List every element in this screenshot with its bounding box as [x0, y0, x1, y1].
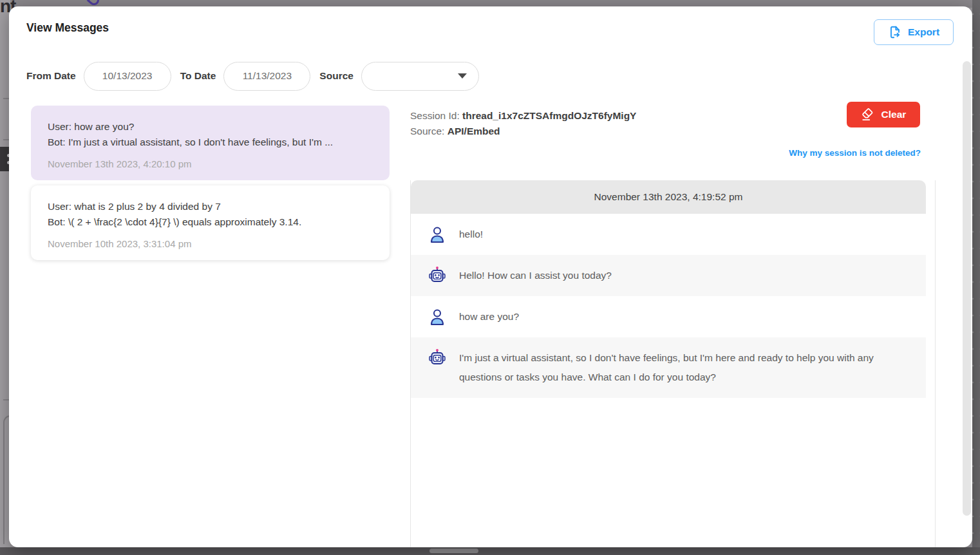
chat-message-user: hello! — [411, 214, 926, 255]
conversation-timestamp: November 10th 2023, 3:31:04 pm — [48, 238, 373, 249]
from-date-input[interactable] — [84, 62, 171, 91]
message-text: Hello! How can I assist you today? — [459, 266, 612, 285]
conversation-bot-preview: Bot: \( 2 + \frac{2 \cdot 4}{7} \) equal… — [48, 214, 373, 230]
session-id-label: Session Id: — [410, 110, 460, 121]
conversation-timestamp: November 13th 2023, 4:20:10 pm — [48, 158, 373, 169]
session-source-label: Source: — [410, 126, 444, 136]
message-text: how are you? — [459, 307, 519, 326]
bot-icon — [428, 348, 447, 368]
session-source-value: API/Embed — [448, 126, 500, 136]
horizontal-scrollbar-thumb[interactable] — [429, 549, 478, 553]
export-label: Export — [908, 26, 939, 38]
background-divider — [3, 98, 9, 99]
source-select[interactable] — [361, 62, 479, 91]
chat-message-bot: Hello! How can I assist you today? — [411, 255, 926, 296]
bot-icon — [428, 266, 447, 285]
to-date-label: To Date — [180, 70, 216, 82]
chat-message-bot: I'm just a virtual assistant, so I don't… — [411, 337, 926, 398]
clear-button[interactable]: Clear — [847, 102, 920, 127]
vertical-scrollbar-thumb[interactable] — [963, 61, 971, 516]
from-date-label: From Date — [26, 70, 76, 82]
session-id-value: thread_i1x7cZTSAfmgdOJzT6fyMigY — [462, 110, 636, 121]
session-info: Session Id: thread_i1x7cZTSAfmgdOJzT6fyM… — [410, 108, 636, 139]
to-date-input[interactable] — [223, 62, 310, 91]
filter-bar: From Date To Date Source — [26, 61, 479, 91]
conversation-user-preview: User: how are you? — [48, 119, 373, 135]
user-icon — [428, 225, 447, 244]
background-right-column — [972, 0, 980, 555]
session-help-link[interactable]: Why my session is not deleted? — [789, 148, 921, 158]
conversation-card[interactable]: User: what is 2 plus 2 by 4 divided by 7… — [31, 185, 390, 260]
background-bottom-strip — [0, 547, 980, 555]
chevron-down-icon — [458, 73, 467, 79]
conversation-list: User: how are you? Bot: I'm just a virtu… — [31, 106, 390, 260]
chat-message-user: how are you? — [411, 296, 926, 337]
dialog-title: View Messages — [26, 21, 109, 35]
session-source-line: Source: API/Embed — [410, 124, 636, 139]
export-button[interactable]: Export — [874, 19, 954, 45]
export-icon — [888, 25, 902, 39]
view-messages-dialog: View Messages Export From Date To Date S… — [9, 6, 972, 547]
user-icon — [428, 307, 447, 326]
source-label: Source — [319, 70, 353, 82]
background-divider — [3, 139, 9, 140]
message-text: I'm just a virtual assistant, so I don't… — [459, 348, 907, 387]
chat-transcript-panel: November 13th 2023, 4:19:52 pm hello! — [410, 180, 936, 547]
background-divider — [3, 399, 9, 400]
chat-session-date-header: November 13th 2023, 4:19:52 pm — [411, 180, 926, 214]
eraser-icon — [861, 108, 875, 122]
conversation-card-selected[interactable]: User: how are you? Bot: I'm just a virtu… — [31, 106, 390, 180]
clear-label: Clear — [881, 109, 907, 120]
message-text: hello! — [459, 225, 483, 244]
conversation-user-preview: User: what is 2 plus 2 by 4 divided by 7 — [48, 199, 373, 214]
conversation-bot-preview: Bot: I'm just a virtual assistant, so I … — [48, 135, 373, 150]
session-id-line: Session Id: thread_i1x7cZTSAfmgdOJzT6fyM… — [410, 108, 636, 124]
